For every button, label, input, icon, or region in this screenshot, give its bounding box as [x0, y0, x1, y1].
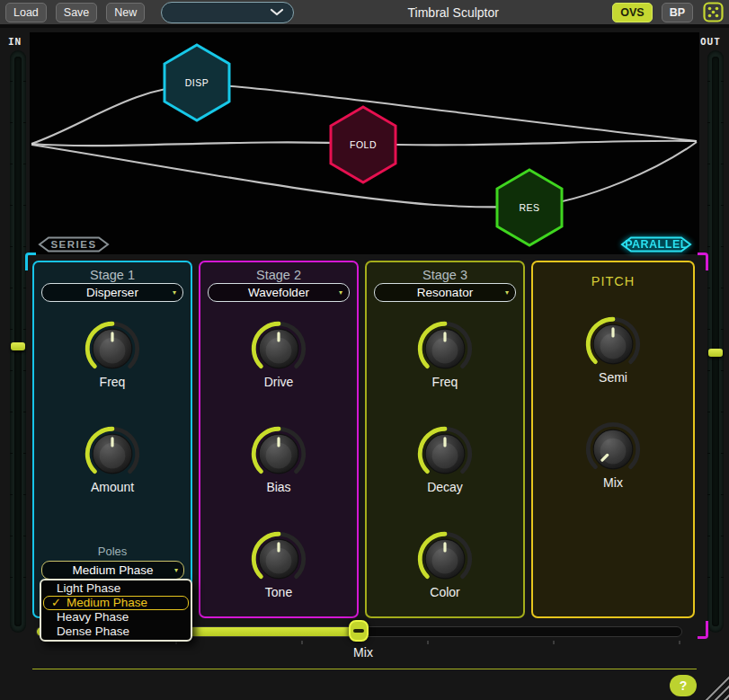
drive-knob[interactable]: Drive	[200, 320, 357, 389]
meter-tick	[721, 329, 724, 330]
corner-bracket-magenta-top	[698, 253, 708, 270]
knob-label: Semi	[533, 370, 693, 385]
meter-tick	[10, 412, 13, 412]
meter-tick	[721, 370, 724, 371]
meter-tick	[707, 577, 710, 578]
meter-tick	[707, 412, 710, 412]
poles-option[interactable]: Light Phase	[42, 581, 190, 596]
bypass-toggle[interactable]: BP	[662, 3, 693, 22]
plugin-window: Load Save New Timbral Sculptor OVS BP IN…	[0, 0, 729, 700]
knob-dial	[250, 530, 307, 588]
node-resonator[interactable]: RES	[497, 170, 562, 245]
knob-label: Bias	[200, 480, 357, 494]
semi-knob[interactable]: Semi	[533, 315, 693, 385]
poles-dropdown-menu: Light Phase✓Medium PhaseHeavy PhaseDense…	[40, 579, 192, 642]
color-knob[interactable]: Color	[367, 530, 523, 599]
stage2-type-select[interactable]: Wavefolder ▾	[208, 283, 350, 302]
freq-knob[interactable]: Freq	[367, 320, 523, 389]
knob-label: Freq	[367, 375, 523, 389]
knob-label: Freq	[34, 375, 191, 389]
meter-tick	[721, 164, 724, 164]
amount-knob[interactable]: Amount	[34, 425, 191, 494]
series-mode-button[interactable]: SERIES	[37, 236, 111, 253]
resize-grip-icon[interactable]	[704, 675, 729, 700]
input-gain-handle[interactable]	[11, 342, 25, 350]
meter-tick	[23, 453, 26, 454]
meter-tick	[707, 164, 710, 164]
meter-tick	[23, 536, 26, 536]
poles-option[interactable]: Dense Phase	[42, 625, 190, 639]
chevron-down-icon: ▾	[505, 289, 509, 297]
parallel-mode-button[interactable]: PARALLEL	[619, 236, 693, 253]
meter-tick	[707, 329, 710, 330]
meter-tick	[23, 494, 26, 495]
knob-label: Mix	[533, 475, 693, 490]
meter-tick	[10, 536, 13, 536]
meter-tick	[23, 577, 26, 578]
meter-tick	[23, 81, 26, 82]
new-button[interactable]: New	[106, 3, 145, 22]
input-gain-slider[interactable]	[10, 50, 26, 633]
stage2-panel: Stage 2 Wavefolder ▾ Drive Bias Tone	[199, 261, 359, 618]
meter-tick	[707, 288, 710, 288]
stage3-type-select[interactable]: Resonator ▾	[374, 283, 516, 302]
meter-tick	[23, 164, 26, 164]
oversample-toggle[interactable]: OVS	[612, 3, 652, 22]
poles-option[interactable]: Heavy Phase	[42, 610, 190, 625]
knob-dial	[584, 421, 642, 478]
mix-slider-label: Mix	[309, 645, 417, 660]
pitch-panel: PITCH Semi Mix	[531, 261, 695, 618]
meter-tick	[10, 164, 13, 164]
poles-value: Medium Phase	[72, 563, 153, 577]
stage3-title: Stage 3	[367, 268, 523, 282]
save-button[interactable]: Save	[56, 3, 98, 22]
meter-tick	[10, 81, 13, 82]
knob-dial	[250, 425, 307, 483]
stage1-type-select[interactable]: Disperser ▾	[41, 283, 183, 302]
meter-tick	[23, 329, 26, 330]
meter-tick	[721, 288, 724, 288]
poles-select[interactable]: Medium Phase ▾	[41, 561, 184, 580]
stage3-panel: Stage 3 Resonator ▾ Freq Decay Color	[365, 261, 525, 618]
meter-tick	[23, 122, 26, 123]
help-button[interactable]: ?	[670, 675, 697, 696]
meter-tick	[10, 453, 13, 454]
output-gain-slider[interactable]	[707, 50, 724, 633]
input-meter-label: IN	[8, 36, 22, 48]
stage2-title: Stage 2	[200, 268, 357, 282]
meter-tick	[23, 370, 26, 371]
dice-icon	[703, 2, 724, 22]
meter-tick	[707, 122, 710, 123]
preset-select[interactable]	[161, 2, 294, 23]
node-disperser[interactable]: DISP	[164, 45, 229, 120]
stage1-title: Stage 1	[34, 268, 191, 282]
meter-tick	[721, 536, 724, 536]
poles-option-selected[interactable]: ✓Medium Phase	[43, 596, 189, 610]
meter-tick	[10, 370, 13, 371]
decay-knob[interactable]: Decay	[367, 425, 523, 494]
meter-tick	[10, 288, 13, 288]
knob-label: Drive	[200, 375, 357, 389]
slider-tick	[679, 641, 680, 644]
poles-label: Poles	[34, 545, 191, 558]
chevron-down-icon	[270, 8, 284, 16]
knob-dial	[416, 425, 474, 483]
mix-slider-handle[interactable]	[349, 620, 369, 642]
meter-tick	[23, 412, 26, 412]
freq-knob[interactable]: Freq	[34, 320, 191, 389]
bias-knob[interactable]: Bias	[200, 425, 357, 494]
svg-text:SERIES: SERIES	[50, 239, 96, 250]
slider-tick	[301, 641, 303, 644]
randomize-dice-button[interactable]	[702, 2, 724, 23]
knob-dial	[584, 315, 642, 373]
knob-dial	[416, 320, 474, 377]
output-meter-bore	[712, 57, 719, 626]
node-wavefolder[interactable]: FOLD	[331, 107, 396, 182]
meter-tick	[707, 494, 710, 495]
tone-knob[interactable]: Tone	[200, 530, 357, 599]
load-button[interactable]: Load	[5, 3, 47, 22]
pitch-mix-knob[interactable]: Mix	[533, 421, 693, 490]
stage1-panel: Stage 1 Disperser ▾ Freq Amount Poles Me…	[32, 261, 192, 618]
meter-tick	[707, 453, 710, 454]
output-gain-handle[interactable]	[708, 349, 723, 357]
